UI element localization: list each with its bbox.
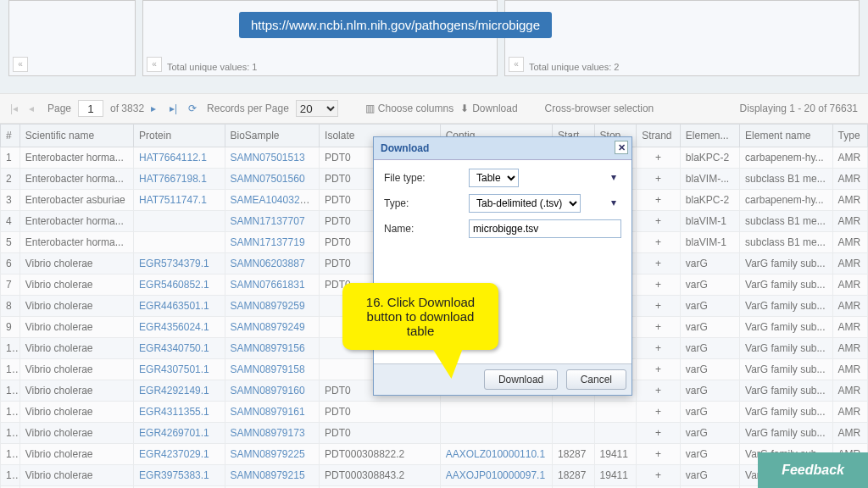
type-select[interactable]: Tab-delimited (.tsv) bbox=[469, 194, 581, 213]
column-header[interactable]: Type bbox=[832, 125, 867, 147]
chevron-left-icon[interactable]: « bbox=[147, 57, 162, 72]
page-input[interactable] bbox=[78, 100, 103, 117]
cell-link[interactable]: SAMN08979160 bbox=[231, 385, 305, 396]
cell-link[interactable]: SAMN06203887 bbox=[231, 258, 305, 269]
file-type-select[interactable]: Table bbox=[469, 169, 519, 187]
cell-link[interactable]: SAMN07501560 bbox=[231, 173, 305, 185]
cell-link[interactable]: EGR4269701.1 bbox=[139, 427, 209, 439]
cell-link[interactable]: SAMN08979249 bbox=[231, 321, 305, 333]
dialog-title: Download ✕ bbox=[374, 137, 632, 160]
column-header[interactable]: Scientific name bbox=[19, 125, 133, 147]
grid-toolbar: |◂ ◂ Page of 3832 ▸ ▸| ⟳ Records per Pag… bbox=[0, 93, 868, 124]
column-header[interactable]: Elemen... bbox=[680, 125, 739, 147]
next-page-icon[interactable]: ▸ bbox=[151, 103, 163, 114]
cell-link[interactable]: SAMN17137707 bbox=[231, 215, 305, 227]
prev-page-icon[interactable]: ◂ bbox=[29, 103, 41, 114]
table-row[interactable]: 15Vibrio choleraeEGR4237029.1SAMN0897922… bbox=[1, 444, 868, 465]
cell-link[interactable]: EGR4356024.1 bbox=[139, 321, 209, 333]
cell-link[interactable]: HAT7664112.1 bbox=[139, 152, 207, 164]
rpp-label: Records per Page bbox=[207, 103, 289, 114]
choose-columns-button[interactable]: ▥ Choose columns bbox=[365, 103, 453, 114]
cell-link[interactable]: EGR5734379.1 bbox=[139, 258, 209, 269]
cell-link[interactable]: EGR4340750.1 bbox=[139, 342, 209, 354]
close-icon[interactable]: ✕ bbox=[615, 141, 628, 154]
unique-values-right: Total unique values: 2 bbox=[529, 62, 619, 72]
cell-link[interactable]: SAMN07501513 bbox=[231, 152, 305, 164]
cell-link[interactable]: AAXOLZ010000110.1 bbox=[446, 448, 545, 460]
column-header[interactable]: Protein bbox=[134, 125, 225, 147]
cell-link[interactable]: SAMN08979156 bbox=[231, 342, 305, 354]
file-type-label: File type: bbox=[384, 172, 469, 184]
chevron-left-icon[interactable]: « bbox=[13, 57, 28, 72]
type-label: Type: bbox=[384, 197, 469, 209]
table-row[interactable]: 14Vibrio choleraeEGR4269701.1SAMN0897917… bbox=[1, 423, 868, 444]
feedback-button[interactable]: Feedback bbox=[758, 452, 868, 488]
cell-link[interactable]: SAMEA1040323... bbox=[231, 194, 314, 206]
page-label: Page bbox=[47, 103, 71, 114]
table-row[interactable]: 16Vibrio choleraeEGR3975383.1SAMN0897921… bbox=[1, 465, 868, 486]
instruction-callout: 16. Click Download button to download ta… bbox=[342, 283, 498, 350]
column-header[interactable]: # bbox=[1, 125, 20, 147]
cell-link[interactable]: EGR3975383.1 bbox=[139, 469, 209, 481]
cell-link[interactable]: EGR4237029.1 bbox=[139, 448, 209, 460]
page-of-label: of 3832 bbox=[110, 103, 144, 114]
cell-link[interactable]: HAT7667198.1 bbox=[139, 173, 207, 185]
dialog-download-button[interactable]: Download bbox=[484, 369, 558, 390]
download-dialog: Download ✕ File type: Table Type: Tab-de… bbox=[373, 136, 632, 396]
chevron-left-icon[interactable]: « bbox=[509, 57, 524, 72]
cell-link[interactable]: SAMN08979225 bbox=[231, 448, 305, 460]
cell-link[interactable]: EGR5460852.1 bbox=[139, 279, 209, 291]
cell-link[interactable]: AAXOJP010000097.1 bbox=[446, 469, 545, 481]
cell-link[interactable]: SAMN08979215 bbox=[231, 469, 305, 481]
displaying-label: Displaying 1 - 20 of 76631 bbox=[740, 103, 858, 114]
column-header[interactable]: BioSample bbox=[225, 125, 320, 147]
column-header[interactable]: Element name bbox=[740, 125, 833, 147]
column-header[interactable]: Strand bbox=[637, 125, 681, 147]
cell-link[interactable]: SAMN17137719 bbox=[231, 236, 305, 248]
right-facet-panel: « Total unique values: 2 bbox=[504, 0, 860, 76]
download-button[interactable]: ⬇ Download bbox=[460, 103, 517, 114]
url-banner: https://www.ncbi.nlm.nih.gov/pathogens/m… bbox=[239, 12, 552, 38]
cell-link[interactable]: SAMN08979161 bbox=[231, 406, 305, 418]
name-input[interactable] bbox=[469, 219, 621, 238]
name-label: Name: bbox=[384, 223, 469, 235]
first-page-icon[interactable]: |◂ bbox=[10, 103, 22, 114]
unique-values-left: Total unique values: 1 bbox=[167, 62, 257, 72]
cell-link[interactable]: EGR4311355.1 bbox=[139, 406, 209, 418]
cell-link[interactable]: EGR4307501.1 bbox=[139, 363, 209, 375]
cell-link[interactable]: EGR4292149.1 bbox=[139, 385, 209, 396]
cell-link[interactable]: SAMN07661831 bbox=[231, 279, 305, 291]
last-page-icon[interactable]: ▸| bbox=[170, 103, 181, 114]
left-facet-panel: « bbox=[8, 0, 136, 76]
refresh-icon[interactable]: ⟳ bbox=[188, 103, 200, 114]
cell-link[interactable]: EGR4463501.1 bbox=[139, 300, 209, 312]
table-row[interactable]: 13Vibrio choleraeEGR4311355.1SAMN0897916… bbox=[1, 402, 868, 423]
cell-link[interactable]: SAMN08979158 bbox=[231, 363, 305, 375]
cell-link[interactable]: HAT7511747.1 bbox=[139, 194, 207, 206]
rpp-select[interactable]: 20 bbox=[296, 100, 338, 117]
cell-link[interactable]: SAMN08979173 bbox=[231, 427, 305, 439]
cell-link[interactable]: SAMN08979259 bbox=[231, 300, 305, 312]
cross-browser-link[interactable]: Cross-browser selection bbox=[545, 103, 654, 114]
dialog-cancel-button[interactable]: Cancel bbox=[566, 369, 626, 390]
